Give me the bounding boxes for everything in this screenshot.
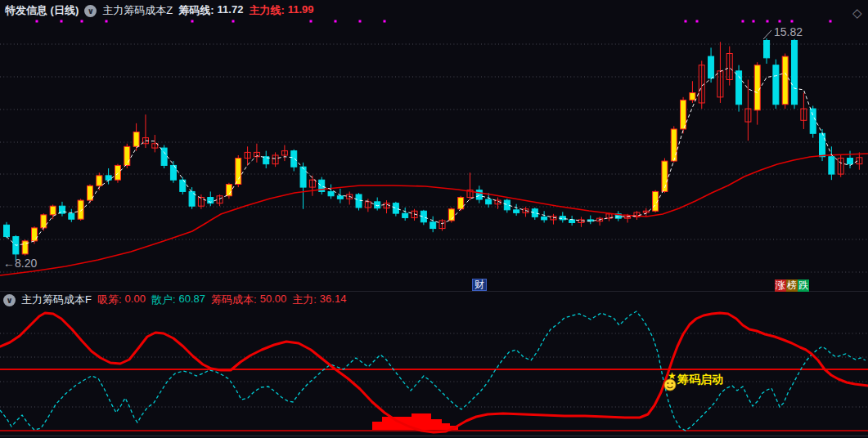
main-indicator-name[interactable]: 主力筹码成本Z — [102, 3, 173, 18]
svg-text:筹码启动: 筹码启动 — [677, 373, 723, 386]
panel-divider — [0, 291, 868, 292]
chouma-chengben-value: 筹码成本:50.00 — [211, 293, 286, 307]
main-candlestick-chart[interactable]: ←8.2015.82 — [0, 20, 868, 291]
marker-cai[interactable]: 财 — [472, 279, 487, 291]
chip-line-value: 筹码线:11.72 — [178, 3, 243, 18]
marker-zhang-bang-die[interactable]: 涨 榜 跌 — [775, 279, 809, 292]
main-chart-header: 特发信息 (日线) ∨ 主力筹码成本Z 筹码线:11.72 主力线:11.99 — [5, 2, 314, 20]
chevron-down-icon[interactable]: ∨ — [84, 5, 97, 17]
chevron-down-icon[interactable]: ∨ — [3, 294, 16, 306]
main-force-line-value: 主力线:11.99 — [249, 3, 313, 18]
zhuli-value: 主力:36.14 — [292, 293, 346, 307]
app-window: 特发信息 (日线) ∨ 主力筹码成本Z 筹码线:11.72 主力线:11.99 … — [0, 0, 868, 438]
marker-die[interactable]: 跌 — [798, 279, 809, 292]
diamond-icon[interactable]: ◇ — [852, 6, 862, 20]
sub-indicator-chart[interactable]: ★筹码启动 — [0, 309, 868, 438]
marker-zhang[interactable]: 涨 — [775, 279, 786, 292]
stock-title: 特发信息 (日线) — [5, 3, 79, 18]
sub-indicator-name[interactable]: 主力筹码成本F — [21, 293, 92, 307]
svg-text:15.82: 15.82 — [774, 25, 803, 38]
sanhu-value: 散户:60.87 — [151, 293, 205, 307]
marker-bang[interactable]: 榜 — [786, 279, 798, 292]
svg-text:←8.20: ←8.20 — [3, 257, 37, 270]
xichou-value: 吸筹:0.00 — [97, 293, 146, 307]
sub-chart-header: ∨ 主力筹码成本F 吸筹:0.00 散户:60.87 筹码成本:50.00 主力… — [3, 293, 346, 307]
